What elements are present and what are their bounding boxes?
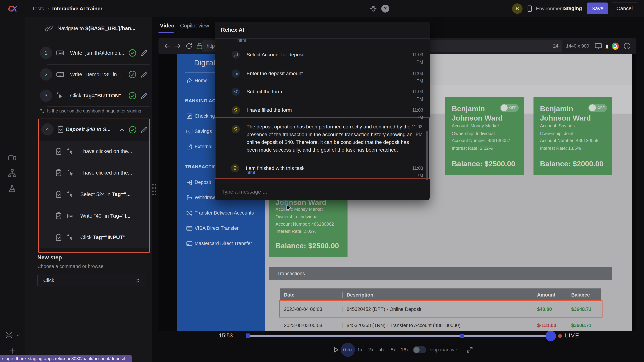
select-updown-icon	[134, 277, 141, 284]
speed-4x[interactable]: 4x	[380, 347, 385, 353]
step-number: 1	[40, 47, 52, 59]
step-row-3[interactable]: 3 Click Tag="BUTTON" ...	[25, 84, 152, 106]
cell-description: 845320452 (DPT) - Online Deposit	[342, 307, 533, 312]
linux-os-icon	[603, 42, 611, 50]
sparkle-icon	[38, 107, 45, 115]
collapse-chevron-icon[interactable]	[118, 127, 126, 133]
bank-nav-visa[interactable]: VISA Direct Transfer	[194, 225, 238, 231]
speed-16x[interactable]: 16x	[401, 347, 409, 353]
speed-1x[interactable]: 1x	[357, 347, 362, 353]
step-row-1[interactable]: 1 Write "jsmith@demo.i...	[25, 42, 152, 64]
speed-2x[interactable]: 2x	[368, 347, 374, 353]
chat-scroll-area[interactable]: html Select Account for deposit 11:03PM …	[215, 38, 430, 183]
col-amount[interactable]: Amount	[533, 292, 567, 298]
col-description[interactable]: Description	[342, 292, 533, 298]
debug-icon[interactable]	[370, 5, 377, 12]
bank-nav-transfer[interactable]: Transfer Between Accounts	[194, 210, 254, 216]
bank-nav-deposit[interactable]: Deposit	[194, 180, 211, 185]
card-rate: Interest Rate: 2.02%	[276, 229, 316, 234]
html-peek-link[interactable]: html	[237, 38, 246, 43]
forward-icon[interactable]	[174, 42, 182, 50]
cell-date: 2023-08-03 00:08	[280, 323, 342, 328]
substep-row[interactable]: Click Tag="INPUT"	[39, 227, 149, 248]
help-icon[interactable]: ?	[381, 5, 389, 12]
account-card[interactable]: OFF Benjamin Johnson Ward Account: Savin…	[534, 97, 612, 175]
edit-step-icon[interactable]	[140, 71, 148, 79]
cancel-button[interactable]: Cancel	[611, 2, 638, 14]
card-balance: Balance: $2500.00	[452, 160, 515, 168]
live-label: LIVE	[565, 332, 580, 339]
bank-nav-savings[interactable]: Savings	[194, 129, 212, 134]
save-button[interactable]: Save	[587, 2, 608, 14]
tab-copilot[interactable]: Copilot view	[180, 23, 209, 29]
step-group-4[interactable]: 4 Deposit $40 to S... I have clicked on …	[38, 119, 150, 253]
step-navigate[interactable]: Navigate to ${BASE_URL}/ban...	[25, 17, 152, 40]
tab-video-underline	[158, 32, 174, 33]
substep-row[interactable]: Select 524 in Tag="...	[39, 184, 149, 205]
settings-gear-icon[interactable]	[5, 331, 13, 339]
transactions-table: Date Description Amount Balance 2023-08-…	[280, 288, 601, 331]
withdraw-icon	[186, 194, 193, 201]
app-topbar: CX Tests › Interactive AI trainer ? B En…	[0, 0, 644, 17]
settings-chevron-down-icon[interactable]	[16, 332, 21, 338]
timeline-playhead[interactable]	[546, 331, 556, 341]
play-icon[interactable]	[332, 346, 340, 354]
fullscreen-icon[interactable]	[466, 346, 474, 354]
edit-step-icon[interactable]	[140, 49, 148, 57]
substep-row[interactable]: I have clicked on the...	[39, 162, 149, 184]
substep-row[interactable]: Write "40" in Tag="I...	[39, 205, 149, 227]
panel-drag-handle[interactable]	[152, 183, 156, 197]
monitor-icon	[594, 42, 602, 50]
bank-nav-withdraw[interactable]: Withdraw	[194, 195, 215, 200]
tab-video[interactable]: Video	[160, 23, 174, 29]
assertion-row[interactable]: Is the user on the dashboard page after …	[25, 106, 152, 116]
table-row[interactable]: 2023-08-03 00:08 845320368 (TRN) - Trans…	[280, 318, 601, 331]
card-rate: Interest Rate: 2.02%	[452, 146, 493, 151]
chat-message-input[interactable]	[221, 186, 420, 197]
back-icon[interactable]	[163, 42, 171, 50]
speed-8x[interactable]: 8x	[391, 347, 396, 353]
add-icon[interactable]	[8, 347, 16, 355]
skip-inactive-toggle[interactable]	[413, 346, 426, 354]
col-date[interactable]: Date	[280, 292, 342, 298]
recordings-icon[interactable]	[8, 154, 16, 162]
command-select[interactable]: Click	[38, 274, 145, 287]
environment-value[interactable]: Staging	[564, 5, 582, 11]
assertion-label: Is the user on the dashboard page after …	[47, 108, 141, 114]
divider	[47, 40, 150, 40]
account-card[interactable]: OFF Benjamin Johnson Ward Account: Money…	[445, 97, 524, 175]
card-number: Account Number: 486130057	[452, 138, 510, 143]
clipboard-check-icon	[56, 125, 65, 134]
user-avatar-badge[interactable]: B	[512, 3, 522, 14]
substep-label: Select 524 in	[80, 191, 112, 197]
toggle-knob	[414, 347, 420, 353]
refresh-icon[interactable]	[185, 42, 193, 50]
chat-msg-text: Enter the deposit amount	[246, 71, 303, 76]
edit-step-icon[interactable]	[140, 126, 148, 134]
breadcrumb-separator-icon: ›	[48, 6, 49, 11]
info-icon[interactable]	[623, 42, 631, 50]
speed-0-5x[interactable]: 0.5x	[341, 343, 355, 357]
substep-row[interactable]: I have clicked on the...	[39, 141, 149, 162]
timeline-marker-start[interactable]	[246, 334, 250, 338]
edit-step-icon[interactable]	[140, 92, 148, 100]
table-row[interactable]: 2023-08-04 06:03 845320452 (DPT) - Onlin…	[280, 301, 601, 318]
bank-nav-mastercard[interactable]: Mastercard Direct Transfer	[194, 241, 252, 246]
chat-scrollbar[interactable]	[426, 131, 428, 180]
home-icon	[186, 77, 193, 84]
timeline-marker-mid[interactable]	[460, 334, 464, 338]
step-row-2[interactable]: 2 Write "Demo123!" in ...	[25, 63, 152, 86]
bank-nav-home[interactable]: Home	[194, 78, 208, 83]
cx-logo[interactable]: CX	[0, 0, 25, 17]
flows-icon[interactable]	[8, 169, 16, 178]
insight-bulb-icon	[232, 106, 240, 114]
cursor-click-icon	[67, 234, 75, 241]
timeline-track[interactable]	[246, 335, 556, 337]
bank-nav-external[interactable]: External	[194, 144, 212, 150]
col-balance[interactable]: Balance	[567, 292, 601, 298]
relicx-ai-panel: Relicx AI html Select Account for deposi…	[215, 22, 430, 200]
bank-nav-checking[interactable]: Checking	[194, 113, 215, 119]
step-label: Write "jsmith@demo.i...	[70, 50, 124, 56]
experiments-icon[interactable]	[8, 184, 16, 193]
breadcrumb-root[interactable]: Tests	[32, 6, 44, 12]
